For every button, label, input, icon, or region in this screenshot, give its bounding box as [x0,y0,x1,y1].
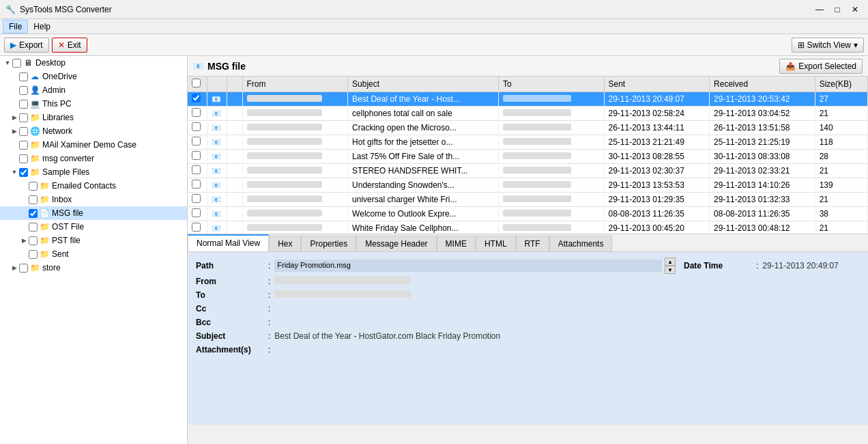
sidebar-item-msgconverter[interactable]: 📁 msg converter [0,152,187,165]
sidebar-item-sent[interactable]: 📁 Sent [0,247,187,261]
sidebar-item-samplefiles[interactable]: ▼ 📁 Sample Files [0,165,187,179]
col-header-size[interactable]: Size(KB) [815,77,867,92]
row-checkbox-cell[interactable] [188,164,207,178]
email-icon: 📧 [212,95,221,103]
row-checkbox[interactable] [192,208,201,217]
tab-attachments[interactable]: Attachments [549,236,613,251]
sidebar-item-mailxaminer[interactable]: 📁 MAil Xaminer Demo Case [0,138,187,152]
sidebar-item-ostfile[interactable]: 📁 OST File [0,220,187,234]
export-selected-button[interactable]: 📤 Export Selected [779,59,863,74]
row-checkbox-cell[interactable] [188,150,207,164]
sidebar-item-onedrive[interactable]: ☁ OneDrive [0,70,187,83]
close-button[interactable]: ✕ [848,2,863,17]
row-checkbox[interactable] [192,122,201,131]
scroll-up-btn[interactable]: ▲ [665,258,676,266]
sidebar-item-libraries[interactable]: ▶ 📁 Libraries [0,111,187,124]
tree-check-admin[interactable] [19,86,28,95]
col-header-subject[interactable]: Subject [348,77,499,92]
export-button[interactable]: ▶ Export [4,38,49,53]
cc-label: Cc [196,304,264,314]
row-checkbox-cell[interactable] [188,207,207,221]
col-header-from[interactable]: From [242,77,348,92]
sidebar-item-desktop[interactable]: ▼ 🖥 Desktop [0,56,187,70]
table-row[interactable]: 📧 Welcome to Outlook Expre... 08-08-2013… [188,207,868,221]
row-checkbox[interactable] [192,108,201,117]
tree-check-msgconverter[interactable] [19,154,28,163]
table-row[interactable]: 📧 White Friday Sale Cellphon... 29-11-20… [188,221,868,234]
tab-mime[interactable]: MIME [437,236,476,251]
tab-normal-mail-view[interactable]: Normal Mail View [188,234,269,251]
tree-check-inbox[interactable] [29,195,38,204]
row-checkbox[interactable] [192,137,201,145]
email-icon: 📧 [212,138,221,146]
tree-check-onedrive[interactable] [19,72,28,81]
tree-check-samplefiles[interactable] [19,168,28,177]
col-header-to[interactable]: To [498,77,604,92]
tree-check-desktop[interactable] [12,59,21,68]
tree-check-network[interactable] [19,127,28,136]
tree-check-thispc[interactable] [19,100,28,109]
row-checkbox-cell[interactable] [188,107,207,121]
menu-file[interactable]: File [3,20,28,33]
sidebar-item-thispc[interactable]: 💻 This PC [0,97,187,111]
table-row[interactable]: 📧 Last 75% Off Fire Sale of th... 30-11-… [188,150,868,164]
tree-check-libraries[interactable] [19,113,28,122]
select-all-checkbox[interactable] [192,79,201,87]
tree-check-msgfile[interactable] [29,209,38,218]
sidebar-item-msgfile[interactable]: 📄 MSG file [0,206,187,220]
row-checkbox[interactable] [192,180,201,189]
maximize-button[interactable]: □ [830,2,845,17]
row-checkbox[interactable] [192,194,201,203]
row-checkbox[interactable] [192,94,201,102]
table-row[interactable]: 📧 universal charger White Fri... 29-11-2… [188,193,868,207]
sidebar-item-network[interactable]: ▶ 🌐 Network [0,124,187,138]
row-checkbox-cell[interactable] [188,193,207,207]
tab-html[interactable]: HTML [476,236,516,251]
row-checkbox-cell[interactable] [188,135,207,150]
folder-icon-msgconverter: 📁 [29,153,40,164]
sidebar-label-msgfile: MSG file [52,208,83,218]
table-row[interactable]: 📧 Hot gifts for the jetsetter o... 25-11… [188,135,868,150]
sidebar-item-emailedcontacts[interactable]: 📁 Emailed Contacts [0,179,187,193]
row-checkbox-cell[interactable] [188,221,207,234]
tab-hex[interactable]: Hex [269,236,301,251]
tab-rtf[interactable]: RTF [516,236,549,251]
switch-view-button[interactable]: ⊞ Switch View ▾ [792,38,864,53]
row-checkbox[interactable] [192,151,201,160]
tree-check-ostfile[interactable] [29,223,38,232]
scroll-down-btn[interactable]: ▼ [665,266,676,274]
sidebar-item-admin[interactable]: 👤 Admin [0,83,187,97]
minimize-button[interactable]: — [812,2,827,17]
tab-message-header[interactable]: Message Header [356,236,436,251]
tree-check-sent[interactable] [29,250,38,259]
exit-button[interactable]: ✕ Exit [52,38,87,53]
tree-check-pstfile[interactable] [29,236,38,245]
sidebar-item-pstfile[interactable]: ▶ 📁 PST file [0,234,187,247]
email-icon: 📧 [212,152,221,161]
row-checkbox-cell[interactable] [188,178,207,193]
tree-check-store[interactable] [19,264,28,273]
email-icon: 📧 [212,195,221,204]
tree-check-mailxaminer[interactable] [19,141,28,150]
row-subject: Last 75% Off Fire Sale of th... [348,150,499,164]
menu-help[interactable]: Help [28,20,56,33]
row-checkbox[interactable] [192,223,201,232]
col-header-received[interactable]: Received [710,77,815,92]
table-row[interactable]: 📧 STEREO HANDSFREE WHIT... 29-11-2013 02… [188,164,868,178]
tab-properties[interactable]: Properties [301,236,356,251]
row-checkbox[interactable] [192,165,201,174]
sidebar-item-store[interactable]: ▶ 📁 store [0,261,187,275]
table-row[interactable]: 📧 Best Deal of the Year - Host... 29-11-… [188,92,868,107]
row-attach-cell [227,121,242,135]
sidebar-label-mailxaminer: MAil Xaminer Demo Case [42,140,136,150]
tree-check-emailedcontacts[interactable] [29,182,38,191]
sidebar-label-onedrive: OneDrive [42,72,77,81]
col-header-check [188,77,207,92]
row-checkbox-cell[interactable] [188,121,207,135]
sidebar-item-inbox[interactable]: 📁 Inbox [0,193,187,206]
col-header-sent[interactable]: Sent [604,77,710,92]
row-checkbox-cell[interactable] [188,92,207,107]
table-row[interactable]: 📧 Cracking open the Microso... 26-11-201… [188,121,868,135]
table-row[interactable]: 📧 cellphones total call on sale 29-11-20… [188,107,868,121]
table-row[interactable]: 📧 Understanding Snowden's... 29-11-2013 … [188,178,868,193]
